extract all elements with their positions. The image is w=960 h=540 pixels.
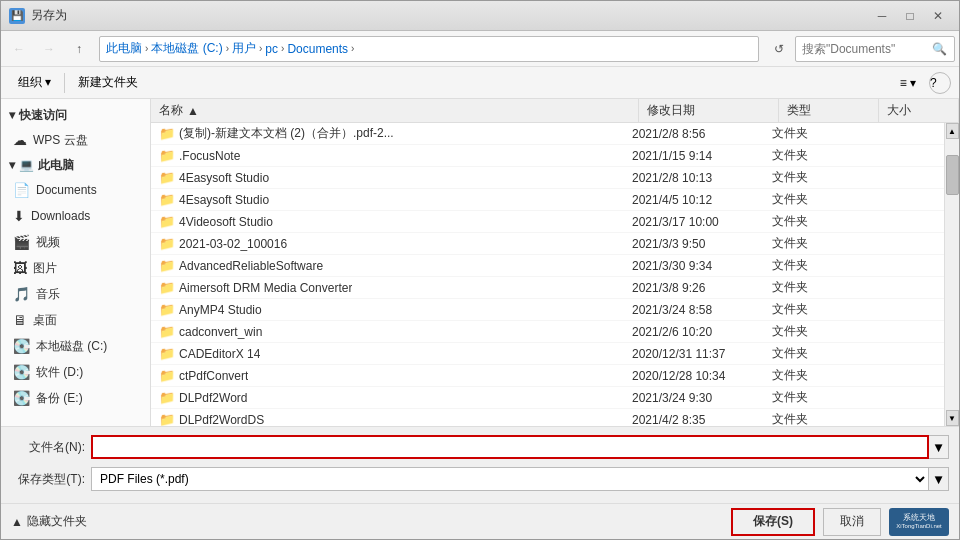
table-row[interactable]: 📁 ctPdfConvert 2020/12/28 10:34 文件夹	[151, 365, 944, 387]
sort-icon: ▲	[187, 104, 199, 118]
table-row[interactable]: 📁 2021-03-02_100016 2021/3/3 9:50 文件夹	[151, 233, 944, 255]
filetype-select[interactable]: PDF Files (*.pdf)	[91, 467, 929, 491]
sidebar-item-pictures[interactable]: 🖼 图片	[1, 255, 150, 281]
breadcrumb-c[interactable]: 本地磁盘 (C:)	[151, 40, 222, 57]
sidebar-item-documents[interactable]: 📄 Documents	[1, 177, 150, 203]
breadcrumb-pc-user[interactable]: pc	[265, 42, 278, 56]
drive-e-icon: 💽	[13, 390, 30, 406]
cancel-button[interactable]: 取消	[823, 508, 881, 536]
search-bar: 🔍	[795, 36, 955, 62]
refresh-button[interactable]: ↺	[765, 36, 793, 62]
wps-icon: ☁	[13, 132, 27, 148]
folder-icon: 📁	[159, 280, 175, 295]
bottom-area: 文件名(N): ▼ 保存类型(T): PDF Files (*.pdf) ▼	[1, 426, 959, 503]
sidebar-item-drive-e-label: 备份 (E:)	[36, 390, 83, 407]
file-date: 2021/4/2 8:35	[624, 413, 764, 427]
view-button[interactable]: ≡ ▾	[891, 71, 925, 95]
documents-icon: 📄	[13, 182, 30, 198]
column-header-date[interactable]: 修改日期	[639, 99, 779, 122]
filename-row: 文件名(N): ▼	[11, 433, 949, 461]
sidebar-item-downloads[interactable]: ⬇ Downloads	[1, 203, 150, 229]
table-row[interactable]: 📁 4Videosoft Studio 2021/3/17 10:00 文件夹	[151, 211, 944, 233]
sidebar-item-drive-e[interactable]: 💽 备份 (E:)	[1, 385, 150, 411]
file-type: 文件夹	[764, 389, 864, 406]
search-icon: 🔍	[932, 42, 947, 56]
organize-button[interactable]: 组织 ▾	[9, 71, 60, 95]
file-name: DLPdf2Word	[179, 391, 247, 405]
table-row[interactable]: 📁 (复制)-新建文本文档 (2)（合并）.pdf-2... 2021/2/8 …	[151, 123, 944, 145]
watermark: 系统天地 XiTongTianDi.net	[889, 508, 949, 536]
table-row[interactable]: 📁 Aimersoft DRM Media Converter 2021/3/8…	[151, 277, 944, 299]
column-header-type[interactable]: 类型	[779, 99, 879, 122]
sidebar-item-drive-c-label: 本地磁盘 (C:)	[36, 338, 107, 355]
file-type: 文件夹	[764, 411, 864, 426]
this-pc-arrow: ▾	[9, 158, 15, 172]
content-area: ▾ 快速访问 ☁ WPS 云盘 ▾ 💻 此电脑 📄 Documents ⬇ Do…	[1, 99, 959, 426]
file-name: cadconvert_win	[179, 325, 262, 339]
file-type: 文件夹	[764, 235, 864, 252]
new-folder-button[interactable]: 新建文件夹	[69, 71, 147, 95]
file-type: 文件夹	[764, 301, 864, 318]
table-row[interactable]: 📁 4Esaysoft Studio 2021/4/5 10:12 文件夹	[151, 189, 944, 211]
file-name: (复制)-新建文本文档 (2)（合并）.pdf-2...	[179, 125, 394, 142]
quick-access-header: ▾ 快速访问	[1, 103, 150, 127]
table-row[interactable]: 📁 .FocusNote 2021/1/15 9:14 文件夹	[151, 145, 944, 167]
breadcrumb-pc[interactable]: 此电脑	[106, 40, 142, 57]
scrollbar[interactable]: ▲ ▼	[944, 123, 959, 426]
filetype-dropdown-button[interactable]: ▼	[929, 467, 949, 491]
up-button[interactable]: ↑	[65, 36, 93, 62]
help-button[interactable]: ?	[929, 72, 951, 94]
search-input[interactable]	[802, 42, 932, 56]
forward-button[interactable]: →	[35, 36, 63, 62]
column-header-name[interactable]: 名称 ▲	[151, 99, 639, 122]
filename-label: 文件名(N):	[11, 439, 91, 456]
back-button[interactable]: ←	[5, 36, 33, 62]
file-name: .FocusNote	[179, 149, 240, 163]
sidebar-item-desktop[interactable]: 🖥 桌面	[1, 307, 150, 333]
file-date: 2021/3/3 9:50	[624, 237, 764, 251]
save-button[interactable]: 保存(S)	[731, 508, 815, 536]
filename-input[interactable]	[91, 435, 929, 459]
this-pc-icon: 💻	[19, 158, 34, 172]
sidebar-item-videos[interactable]: 🎬 视频	[1, 229, 150, 255]
sidebar-item-drive-d[interactable]: 💽 软件 (D:)	[1, 359, 150, 385]
pictures-icon: 🖼	[13, 260, 27, 276]
breadcrumb-bar[interactable]: 此电脑 › 本地磁盘 (C:) › 用户 › pc › Documents ›	[99, 36, 759, 62]
footer-buttons: 保存(S) 取消 系统天地 XiTongTianDi.net	[731, 508, 949, 536]
quick-access-arrow: ▾	[9, 108, 15, 122]
file-list: 📁 (复制)-新建文本文档 (2)（合并）.pdf-2... 2021/2/8 …	[151, 123, 944, 426]
watermark-line2: XiTongTianDi.net	[896, 523, 941, 530]
file-type: 文件夹	[764, 279, 864, 296]
col-type-label: 类型	[787, 102, 811, 119]
watermark-line1: 系统天地	[896, 513, 941, 523]
table-row[interactable]: 📁 4Easysoft Studio 2021/2/8 10:13 文件夹	[151, 167, 944, 189]
scrollbar-thumb[interactable]	[946, 155, 959, 195]
sidebar-item-wps[interactable]: ☁ WPS 云盘	[1, 127, 150, 153]
table-row[interactable]: 📁 DLPdf2WordDS 2021/4/2 8:35 文件夹	[151, 409, 944, 426]
breadcrumb-users[interactable]: 用户	[232, 40, 256, 57]
file-type: 文件夹	[764, 147, 864, 164]
table-row[interactable]: 📁 DLPdf2Word 2021/3/24 9:30 文件夹	[151, 387, 944, 409]
column-header-size[interactable]: 大小	[879, 99, 959, 122]
table-row[interactable]: 📁 cadconvert_win 2021/2/6 10:20 文件夹	[151, 321, 944, 343]
hide-folder-toggle[interactable]: ▲ 隐藏文件夹	[11, 513, 87, 530]
filetype-row: 保存类型(T): PDF Files (*.pdf) ▼	[11, 465, 949, 493]
sidebar-item-music[interactable]: 🎵 音乐	[1, 281, 150, 307]
breadcrumb-documents[interactable]: Documents	[287, 42, 348, 56]
close-button[interactable]: ✕	[925, 6, 951, 26]
folder-icon: 📁	[159, 148, 175, 163]
table-row[interactable]: 📁 CADEditorX 14 2020/12/31 11:37 文件夹	[151, 343, 944, 365]
table-row[interactable]: 📁 AdvancedReliableSoftware 2021/3/30 9:3…	[151, 255, 944, 277]
file-name: 4Videosoft Studio	[179, 215, 273, 229]
folder-icon: 📁	[159, 412, 175, 426]
table-row[interactable]: 📁 AnyMP4 Studio 2021/3/24 8:58 文件夹	[151, 299, 944, 321]
sidebar-item-pictures-label: 图片	[33, 260, 57, 277]
sidebar-item-wps-label: WPS 云盘	[33, 132, 88, 149]
sidebar-item-drive-c[interactable]: 💽 本地磁盘 (C:)	[1, 333, 150, 359]
maximize-button[interactable]: □	[897, 6, 923, 26]
file-name: 4Easysoft Studio	[179, 171, 269, 185]
file-list-header: 名称 ▲ 修改日期 类型 大小	[151, 99, 959, 123]
minimize-button[interactable]: ─	[869, 6, 895, 26]
titlebar: 💾 另存为 ─ □ ✕	[1, 1, 959, 31]
filename-dropdown-button[interactable]: ▼	[929, 435, 949, 459]
